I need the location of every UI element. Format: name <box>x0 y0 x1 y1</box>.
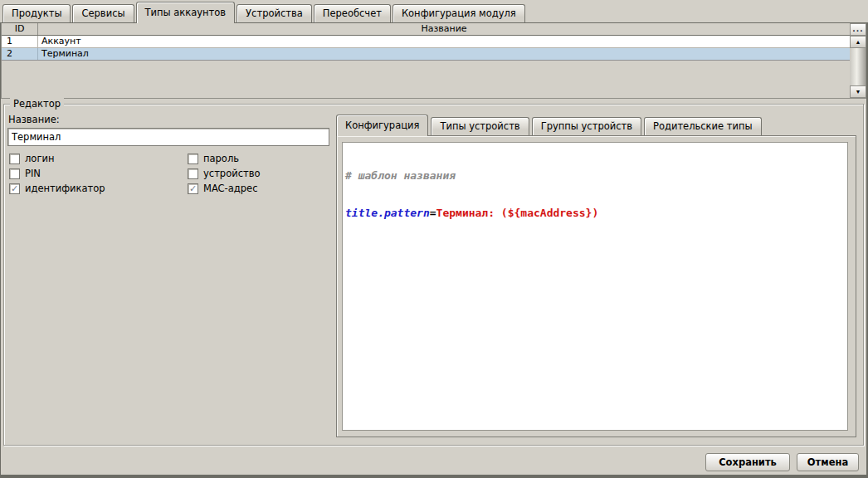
scroll-up-icon[interactable]: ▲ <box>850 36 866 48</box>
app-window: Продукты Сервисы Типы аккаунтов Устройст… <box>0 0 868 478</box>
table-vertical-scrollbar[interactable]: ▲ ▼ <box>850 36 866 98</box>
editor-tabbar: Конфигурация Типы устройств Группы устро… <box>336 115 762 136</box>
checkbox-box: ✓ <box>9 183 20 194</box>
column-options-button[interactable]: ... <box>850 23 866 36</box>
checkbox-password[interactable]: ✓ пароль <box>188 153 260 164</box>
table-side-column: ... ▲ ▼ <box>850 23 866 98</box>
scroll-down-icon[interactable]: ▼ <box>850 85 866 98</box>
tab-recalculation[interactable]: Переобсчет <box>314 4 391 22</box>
code-line-property: title.pattern=Терминал: (${macAddress}) <box>345 207 845 219</box>
scrollbar-track[interactable] <box>850 48 866 85</box>
name-input[interactable] <box>7 128 329 146</box>
check-icon: ✓ <box>189 184 197 193</box>
checkbox-box: ✓ <box>9 154 20 164</box>
tab-parent-types[interactable]: Родительские типы <box>644 117 762 135</box>
configuration-tab-panel: # шаблон названия title.pattern=Терминал… <box>336 135 856 437</box>
table-row[interactable]: 2 Терминал <box>2 48 850 61</box>
checkbox-box: ✓ <box>188 168 198 179</box>
checkbox-label: PIN <box>25 168 41 179</box>
checkbox-label: идентификатор <box>25 183 105 194</box>
checkbox-device[interactable]: ✓ устройство <box>188 168 260 179</box>
main-tab-content: ID Название 1 Аккаунт 2 Терминал ... ▲ <box>0 22 868 478</box>
checkbox-box: ✓ <box>188 183 198 194</box>
main-tabbar: Продукты Сервисы Типы аккаунтов Устройст… <box>2 0 525 23</box>
checkbox-box: ✓ <box>9 168 20 179</box>
checkbox-label: логин <box>25 153 54 164</box>
cell-id: 2 <box>2 48 38 60</box>
cancel-button[interactable]: Отмена <box>797 453 859 471</box>
check-icon: ✓ <box>11 184 18 193</box>
tab-configuration[interactable]: Конфигурация <box>336 115 428 136</box>
name-field-label: Название: <box>8 114 60 125</box>
checkbox-box: ✓ <box>188 154 198 164</box>
column-header-name[interactable]: Название <box>38 23 850 35</box>
tab-products[interactable]: Продукты <box>2 4 71 22</box>
column-header-id[interactable]: ID <box>2 23 38 35</box>
cell-name: Терминал <box>38 48 850 60</box>
table-empty-area <box>2 61 850 98</box>
tab-services[interactable]: Сервисы <box>72 4 134 22</box>
tab-devices[interactable]: Устройства <box>237 4 312 22</box>
checkbox-login[interactable]: ✓ логин <box>9 153 188 164</box>
checkbox-label: устройство <box>203 168 260 179</box>
cell-name: Аккаунт <box>38 36 850 47</box>
code-line-comment: # шаблон названия <box>345 169 845 182</box>
tab-account-types[interactable]: Типы аккаунтов <box>136 2 236 23</box>
save-button[interactable]: Сохранить <box>705 453 790 471</box>
tab-device-groups[interactable]: Группы устройств <box>532 117 641 135</box>
table-body: ID Название 1 Аккаунт 2 Терминал <box>1 23 850 98</box>
checkbox-label: MAC-адрес <box>203 183 257 194</box>
checkbox-pin[interactable]: ✓ PIN <box>9 168 188 179</box>
table-header: ID Название <box>2 23 850 36</box>
editor-groupbox: Редактор Название: ✓ логин ✓ пароль ✓ PI… <box>3 104 864 446</box>
checkbox-mac-address[interactable]: ✓ MAC-адрес <box>188 183 260 194</box>
checkbox-identifier[interactable]: ✓ идентификатор <box>9 183 188 194</box>
bottom-button-bar: Сохранить Отмена <box>705 453 859 471</box>
attribute-checkboxes: ✓ логин ✓ пароль ✓ PIN ✓ устройство ✓ <box>9 151 260 196</box>
cell-id: 1 <box>2 36 38 47</box>
configuration-editor[interactable]: # шаблон названия title.pattern=Терминал… <box>342 142 848 431</box>
checkbox-label: пароль <box>203 153 239 164</box>
editor-group-title: Редактор <box>10 98 64 110</box>
tab-module-config[interactable]: Конфигурация модуля <box>393 4 525 22</box>
account-types-table: ID Название 1 Аккаунт 2 Терминал ... ▲ <box>1 23 866 99</box>
table-row[interactable]: 1 Аккаунт <box>2 36 850 48</box>
tab-device-types[interactable]: Типы устройств <box>431 117 529 135</box>
